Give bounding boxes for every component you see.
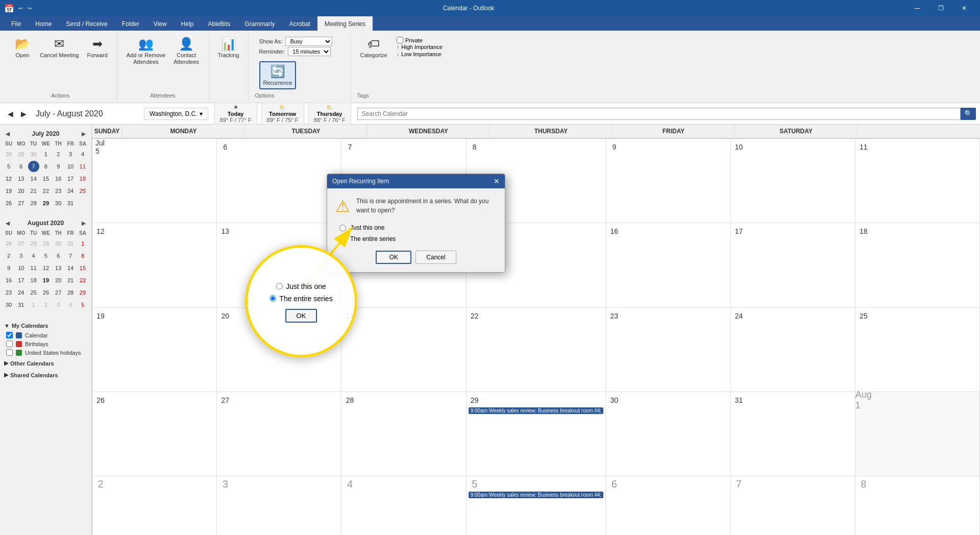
prev-btn[interactable]: ◀ <box>4 108 16 120</box>
restore-btn[interactable]: ❐ <box>929 0 952 16</box>
mini-cal-day[interactable]: 26 <box>3 198 14 209</box>
cal-cell-17[interactable]: 17 <box>731 223 855 307</box>
mini-cal-aug-day[interactable]: 19 <box>40 275 52 286</box>
cal-cell-aug5[interactable]: 5 9:00am Weekly sales review; Business b… <box>467 476 606 535</box>
mini-cal-aug-day[interactable]: 29 <box>77 287 88 298</box>
mini-cal-day[interactable]: 2 <box>53 149 64 160</box>
tab-acrobat[interactable]: Acrobat <box>282 16 317 31</box>
mini-cal-aug-day[interactable]: 30 <box>53 238 64 249</box>
mini-cal-aug-day[interactable]: 11 <box>28 262 39 274</box>
mini-cal-day[interactable]: 5 <box>3 161 14 172</box>
sidebar-birthdays-item[interactable]: Birthdays <box>2 339 89 348</box>
mini-cal-aug-day[interactable]: 27 <box>15 238 27 249</box>
mini-cal-day[interactable]: 18 <box>77 173 88 184</box>
mini-cal-day[interactable]: 10 <box>65 161 76 172</box>
mini-cal-day[interactable]: 4 <box>77 149 88 160</box>
mini-cal-aug-day[interactable]: 22 <box>77 275 88 286</box>
dialog-cancel-btn[interactable]: Cancel <box>415 251 456 264</box>
cancel-meeting-btn[interactable]: ✉ Cancel Meeting <box>37 35 82 61</box>
search-btn[interactable]: 🔍 <box>961 108 976 120</box>
mini-cal-aug-day[interactable]: 12 <box>40 262 52 274</box>
mini-cal-aug-day[interactable]: 28 <box>65 287 76 298</box>
mini-cal-day[interactable]: 14 <box>28 173 39 184</box>
cal-cell-30[interactable]: 30 <box>606 392 730 476</box>
mini-cal-day[interactable]: 9 <box>53 161 64 172</box>
forward-btn[interactable]: ➡ Forward <box>84 35 110 61</box>
tab-file[interactable]: File <box>4 16 28 31</box>
cal-cell-26[interactable]: 26 <box>92 392 217 476</box>
recurrence-btn[interactable]: 🔄 Recurrence <box>259 61 297 89</box>
mini-cal-day[interactable]: 21 <box>28 185 39 197</box>
cal-cell-29[interactable]: 29 9:00am Weekly sales review; Business … <box>467 392 606 476</box>
cal-cell-aug7[interactable]: 7 <box>731 476 855 535</box>
mini-cal-aug-day[interactable]: 29 <box>40 238 52 249</box>
cal-cell-19[interactable]: 19 <box>92 308 217 392</box>
cal-cell-11[interactable]: 11 <box>855 139 980 223</box>
radio-entire-series-input[interactable] <box>339 236 346 242</box>
radio-just-this-one[interactable]: Just this one <box>339 224 497 231</box>
cal-cell-9[interactable]: 9 <box>606 139 730 223</box>
tab-ablebits[interactable]: AbleBits <box>201 16 237 31</box>
low-importance-row[interactable]: ↓ Low Importance <box>397 51 443 58</box>
mini-cal-aug-next[interactable]: ► <box>80 219 87 227</box>
open-btn[interactable]: 📂 Open <box>10 35 35 61</box>
birthdays-checkbox[interactable] <box>6 341 13 347</box>
cal-cell-24[interactable]: 24 <box>731 308 855 392</box>
cal-cell-aug3[interactable]: 3 <box>217 476 341 535</box>
mini-cal-day[interactable] <box>77 198 88 209</box>
mini-cal-aug-day[interactable]: 10 <box>15 262 27 274</box>
mini-cal-day[interactable]: 29 <box>15 149 27 160</box>
mini-cal-aug-day[interactable]: 1 <box>28 299 39 310</box>
radio-entire-series[interactable]: The entire series <box>339 235 497 242</box>
mini-cal-day[interactable]: 16 <box>53 173 64 184</box>
cal-cell-25[interactable]: 25 <box>855 308 980 392</box>
cal-cell-21[interactable]: 21 <box>341 308 466 392</box>
private-row[interactable]: Private <box>397 37 443 43</box>
mini-cal-aug-day[interactable]: 26 <box>3 238 14 249</box>
mini-cal-aug-day[interactable]: 18 <box>28 275 39 286</box>
mini-cal-aug-day[interactable]: 25 <box>28 287 39 298</box>
categorize-btn[interactable]: 🏷 Categorize <box>357 35 390 61</box>
mini-cal-day[interactable]: 11 <box>77 161 88 172</box>
tab-home[interactable]: Home <box>28 16 59 31</box>
sidebar-us-holidays-item[interactable]: United States holidays <box>2 348 89 357</box>
cal-cell-22[interactable]: 22 <box>467 308 606 392</box>
add-remove-btn[interactable]: 👥 Add or RemoveAttendees <box>124 35 168 67</box>
mini-cal-aug-day[interactable]: 6 <box>53 250 64 261</box>
mini-cal-aug-day[interactable]: 24 <box>15 287 27 298</box>
mini-cal-day[interactable]: 30 <box>28 149 39 160</box>
mini-cal-aug-day[interactable]: 21 <box>65 275 76 286</box>
mini-cal-day[interactable]: 28 <box>28 198 39 209</box>
mini-cal-day[interactable]: 23 <box>53 185 64 197</box>
tab-send-receive[interactable]: Send / Receive <box>59 16 114 31</box>
tab-grammarly[interactable]: Grammarly <box>237 16 282 31</box>
cal-cell-18[interactable]: 18 <box>855 223 980 307</box>
location-btn[interactable]: Washington, D.C. ▾ <box>144 108 208 120</box>
sidebar-calendar-item[interactable]: Calendar <box>2 331 89 339</box>
cal-cell-aug4[interactable]: 4 <box>341 476 466 535</box>
mini-cal-day[interactable]: 20 <box>15 185 27 197</box>
mini-cal-aug-day[interactable]: 31 <box>15 299 27 310</box>
cal-cell-6[interactable]: 6 <box>217 139 341 223</box>
dialog-close-btn[interactable]: ✕ <box>494 177 500 185</box>
cal-event-1[interactable]: 9:00am Weekly sales review; Business bre… <box>469 407 604 414</box>
mini-cal-day[interactable]: 28 <box>3 149 14 160</box>
contact-attendees-btn[interactable]: 👤 ContactAttendees <box>170 35 202 67</box>
undo-btn[interactable]: ↩ <box>18 5 23 12</box>
mini-cal-day[interactable]: 30 <box>53 198 64 209</box>
tab-view[interactable]: View <box>146 16 174 31</box>
mini-cal-day[interactable]: 15 <box>40 173 52 184</box>
tab-help[interactable]: Help <box>174 16 201 31</box>
mini-cal-aug-day[interactable]: 31 <box>65 238 76 249</box>
mini-cal-day[interactable]: 6 <box>15 161 27 172</box>
cal-cell-aug1[interactable]: Aug 1 <box>855 392 980 476</box>
mini-cal-day-today[interactable]: 7 <box>28 161 39 172</box>
mini-cal-day[interactable]: 25 <box>77 185 88 197</box>
tab-folder[interactable]: Folder <box>115 16 146 31</box>
mini-cal-aug-day[interactable]: 17 <box>15 275 27 286</box>
private-checkbox[interactable] <box>397 37 403 43</box>
mini-cal-aug-day[interactable]: 30 <box>3 299 14 310</box>
redo-btn[interactable]: ↪ <box>27 5 32 12</box>
mini-cal-july-next[interactable]: ► <box>80 130 87 138</box>
cal-cell-28[interactable]: 28 <box>341 392 466 476</box>
